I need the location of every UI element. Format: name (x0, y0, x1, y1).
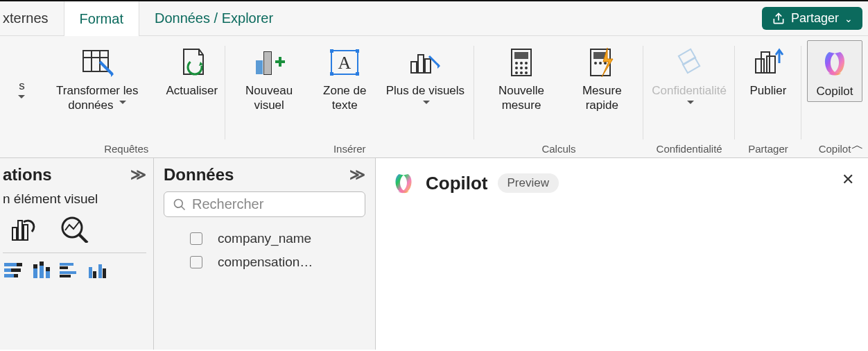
svg-rect-5 (256, 60, 263, 74)
svg-point-28 (520, 71, 523, 74)
visualizations-title-partial: ations (3, 165, 52, 185)
svg-rect-18 (425, 59, 431, 73)
text-box-icon: A (329, 43, 361, 82)
svg-rect-46 (17, 263, 22, 266)
checkbox[interactable] (190, 256, 202, 268)
share-button[interactable]: Partager ⌄ (762, 7, 862, 30)
svg-rect-58 (60, 266, 68, 269)
analyze-icon[interactable] (60, 215, 90, 243)
text-box-button[interactable]: A Zone de texte (310, 40, 379, 116)
group-label-calcs: Calculs (541, 143, 575, 156)
svg-rect-59 (60, 271, 76, 274)
chevron-down-icon (420, 99, 430, 112)
preview-badge: Preview (498, 173, 559, 193)
svg-rect-37 (756, 59, 764, 73)
group-label-share: Partager (748, 143, 788, 156)
group-label-copilot: Copilot (819, 143, 851, 156)
svg-point-33 (599, 62, 602, 65)
ribbon-collapse-button[interactable]: ︿ (851, 137, 864, 153)
svg-point-23 (525, 62, 528, 65)
svg-rect-56 (46, 267, 50, 271)
svg-rect-20 (514, 52, 528, 59)
chevron-down-icon: ⌄ (844, 13, 853, 24)
group-label-confidentiality: Confidentialité (657, 143, 722, 156)
transform-data-icon (79, 43, 115, 82)
copilot-icon (391, 171, 416, 196)
svg-rect-0 (83, 51, 108, 71)
collapse-pane-icon[interactable]: ≫ (130, 166, 146, 184)
publish-button[interactable]: Publier (740, 40, 796, 101)
svg-point-27 (515, 71, 518, 74)
svg-rect-57 (60, 263, 73, 266)
svg-point-26 (525, 67, 528, 69)
group-label-requests: Requêtes (104, 143, 148, 156)
svg-point-32 (594, 62, 597, 65)
svg-point-21 (515, 62, 518, 65)
tab-data-explore[interactable]: Données / Explorer (139, 1, 288, 35)
svg-rect-36 (683, 58, 700, 73)
ribbon-group-insert: Nouveau visuel A Zone de texte Plus de v… (225, 36, 474, 157)
svg-rect-39 (767, 56, 775, 73)
refresh-button[interactable]: Actualiser (164, 40, 220, 101)
svg-rect-7 (264, 52, 271, 74)
svg-rect-14 (356, 72, 359, 76)
field-item[interactable]: company_name (164, 227, 365, 250)
svg-rect-41 (18, 221, 22, 240)
svg-rect-17 (418, 55, 424, 73)
ribbon-group-confidentiality: Confidentialité Confidentialité (643, 36, 735, 157)
svg-rect-55 (46, 271, 50, 278)
new-visual-icon (252, 43, 286, 82)
svg-rect-49 (4, 274, 14, 277)
quick-measure-icon (587, 43, 617, 82)
new-visual-button[interactable]: Nouveau visuel (231, 40, 308, 116)
field-label: company_name (218, 231, 311, 246)
checkbox[interactable] (190, 232, 202, 245)
collapse-pane-icon[interactable]: ≫ (349, 166, 365, 184)
svg-line-44 (79, 234, 87, 243)
calculator-icon (507, 43, 535, 82)
svg-point-29 (525, 71, 528, 74)
paint-chart-icon[interactable] (10, 215, 40, 243)
svg-rect-13 (330, 72, 333, 76)
tab-format[interactable]: Format (64, 1, 139, 36)
stacked-column-icon[interactable] (32, 262, 53, 280)
visualizations-pane: ations ≫ n élément visuel (0, 158, 154, 350)
chevron-down-icon[interactable] (15, 93, 25, 107)
tab-externes-partial[interactable]: xternes (0, 1, 64, 35)
new-measure-button[interactable]: Nouvelle mesure (480, 40, 564, 116)
tabs-bar: xternes Format Données / Explorer Partag… (0, 1, 868, 36)
search-icon (173, 198, 186, 212)
clustered-column-icon[interactable] (87, 262, 108, 280)
svg-point-25 (520, 67, 523, 69)
close-icon[interactable]: ✕ (842, 171, 854, 189)
ribbon-truncated-left: s (0, 36, 28, 157)
svg-rect-52 (33, 264, 37, 268)
svg-rect-61 (89, 267, 92, 278)
svg-point-34 (604, 62, 607, 65)
tag-icon (673, 43, 705, 82)
copilot-pane-title: Copilot (426, 173, 488, 194)
transform-data-button[interactable]: Transformer les données (33, 40, 162, 116)
copilot-icon (819, 44, 850, 83)
group-label-insert: Insérer (333, 143, 366, 156)
publish-icon (752, 43, 785, 82)
chevron-down-icon (684, 99, 694, 112)
ribbon-group-requests: Transformer les données Actualiser Requê… (28, 36, 225, 157)
confidentiality-button: Confidentialité (649, 40, 729, 116)
clustered-bar-icon[interactable] (60, 262, 80, 280)
svg-rect-48 (11, 268, 21, 272)
more-visuals-button[interactable]: Plus de visuels (382, 40, 469, 116)
ribbon-group-share: Publier Partager (735, 36, 801, 157)
svg-rect-64 (103, 268, 106, 278)
ribbon: s Transformer les données Actualiser Req… (0, 36, 868, 158)
chevron-down-icon (116, 99, 126, 112)
copilot-button[interactable]: Copilot (807, 40, 862, 102)
data-pane: Données ≫ Rechercher company_name compen… (154, 158, 376, 350)
field-item[interactable]: compensation… (164, 250, 365, 274)
search-input[interactable]: Rechercher (164, 191, 365, 217)
more-visuals-icon (408, 43, 442, 82)
stacked-bar-icon[interactable] (4, 262, 25, 280)
quick-measure-button[interactable]: Mesure rapide (566, 40, 638, 116)
search-placeholder: Rechercher (192, 196, 263, 212)
svg-point-4 (188, 60, 202, 74)
